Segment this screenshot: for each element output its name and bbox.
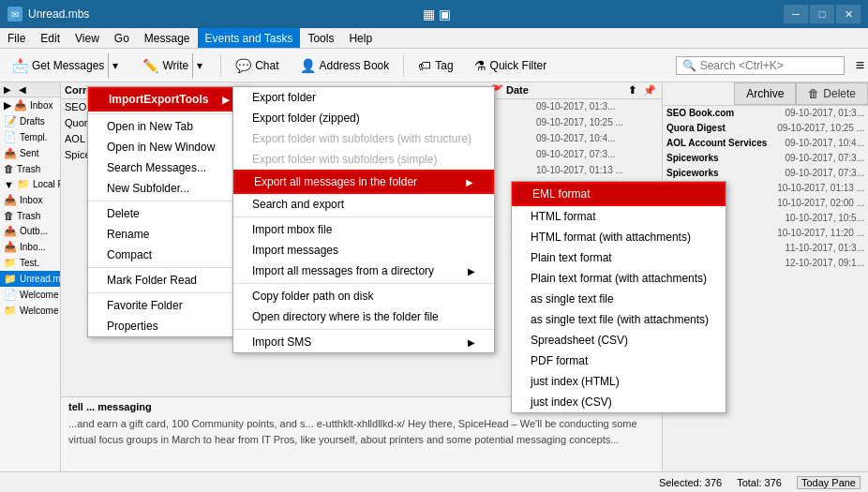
preview-body: ...and earn a gift card, 100 Community p… [68, 416, 654, 447]
ctx-import-sms[interactable]: Import SMS ▶ [233, 332, 494, 352]
ctx-export-submenu-arrow: ▶ [466, 177, 473, 187]
ctx-plain-text-attach[interactable]: Plain text format (with attachments) [512, 268, 726, 289]
icon1: ▦ [423, 7, 435, 22]
folder-inbo2[interactable]: 📥 Inbo... [0, 239, 60, 255]
ctx-just-index-csv[interactable]: just index (CSV) [512, 392, 726, 412]
ctx-mark-folder-read[interactable]: Mark Folder Read [88, 270, 250, 291]
email-date-1: 09-10-2017, 01:3... [536, 101, 658, 112]
delete-button[interactable]: 🗑 Delete [796, 82, 868, 105]
menu-edit[interactable]: Edit [33, 28, 67, 48]
menu-tools[interactable]: Tools [300, 28, 341, 48]
folder-outbox[interactable]: 📤 Outb... [0, 223, 60, 239]
menu-view[interactable]: View [67, 28, 107, 48]
rp-row-4[interactable]: Spiceworks 09-10-2017, 07:3... [663, 151, 868, 166]
folder-unread[interactable]: 📁 Unread.mbs (371) [0, 271, 60, 287]
filter-icon: ⚗ [474, 58, 486, 73]
archive-button[interactable]: Archive [734, 82, 796, 105]
rp-row-5[interactable]: Spiceworks 09-10-2017, 07:3... [663, 166, 868, 181]
folder-local-trash[interactable]: 🗑 Trash [0, 208, 60, 223]
folder-welcome-mbox[interactable]: 📁 Welcome to...!.mbox (1) [0, 303, 60, 319]
ctx-copy-folder-path[interactable]: Copy folder path on disk [233, 286, 494, 306]
ctx-favorite-folder[interactable]: Favorite Folder [88, 295, 250, 316]
ctx-import-messages[interactable]: Import messages [233, 240, 494, 261]
folder-templates-icon: 📄 [4, 131, 17, 143]
toolbar-separator-2 [403, 54, 404, 77]
search-icon: 🔍 [682, 59, 696, 72]
rp-date-4: 09-10-2017, 07:3... [785, 153, 864, 163]
folder-local-label: Local F... [33, 179, 60, 189]
write-dropdown[interactable]: ▾ [192, 53, 206, 78]
ctx-search-messages[interactable]: Search Messages... [88, 157, 250, 178]
ctx-new-subfolder[interactable]: New Subfolder... [88, 178, 250, 199]
ctx-single-text-attach[interactable]: as single text file (with attachments) [512, 309, 726, 330]
ctx-export-all-messages[interactable]: Export all messages in the folder ▶ [233, 170, 494, 194]
menu-message[interactable]: Message [137, 28, 198, 48]
toolbar: 📩 Get Messages ▾ ✏️ Write ▾ 💬 Chat 👤 Add… [0, 49, 868, 82]
minimize-button[interactable]: ─ [784, 5, 808, 23]
folder-local-inbox[interactable]: 📥 Inbox [0, 192, 60, 208]
ctx-sep-4 [88, 292, 250, 293]
chat-button[interactable]: 💬 Chat [227, 53, 287, 78]
folder-test-icon: 📁 [4, 257, 17, 269]
rp-row-3[interactable]: AOL Account Services 09-10-2017, 10:4... [663, 136, 868, 151]
ctx-plain-text[interactable]: Plain text format [512, 247, 726, 268]
ctx-spreadsheet-csv[interactable]: Spreadsheet (CSV) [512, 330, 726, 350]
ctx-export-folder[interactable]: Export folder [233, 87, 494, 108]
today-pane-button[interactable]: Today Pane [797, 476, 861, 489]
menu-help[interactable]: Help [341, 28, 380, 48]
ctx-open-new-tab[interactable]: Open in New Tab [88, 116, 250, 137]
menu-events[interactable]: Events and Tasks [198, 28, 301, 48]
column-date[interactable]: Date [506, 84, 628, 97]
folder-inbox[interactable]: ▶ 📥 Inbox [0, 97, 60, 113]
get-messages-dropdown[interactable]: ▾ [108, 53, 122, 78]
address-book-icon: 👤 [300, 58, 316, 73]
close-button[interactable]: ✕ [836, 5, 861, 23]
ctx-open-directory[interactable]: Open directory where is the folder file [233, 306, 494, 327]
folder-local-arrow: ▼ [4, 179, 14, 190]
ctx-html-format[interactable]: HTML format [512, 206, 726, 227]
hamburger-icon[interactable]: ≡ [856, 57, 864, 74]
ctx-import-export-header[interactable]: ImportExportTools ▶ [88, 87, 250, 112]
menu-go[interactable]: Go [107, 28, 137, 48]
folder-tab-icon1[interactable]: ▶ [0, 82, 15, 97]
ctx-compact[interactable]: Compact [88, 245, 250, 265]
rp-row-1[interactable]: SEO Book.com 09-10-2017, 01:3... [663, 106, 868, 121]
search-input[interactable] [700, 59, 831, 72]
ctx-delete[interactable]: Delete [88, 203, 250, 224]
folder-tab-icon2[interactable]: ◀ [15, 82, 30, 97]
ctx-sep-mid-1 [233, 216, 494, 217]
chat-label: Chat [255, 59, 278, 72]
quick-filter-button[interactable]: ⚗ Quick Filter [466, 53, 556, 78]
ctx-search-export[interactable]: Search and export [233, 194, 494, 215]
rp-row-2[interactable]: Quora Digest 09-10-2017, 10:25 ... [663, 121, 868, 136]
rp-date-2: 09-10-2017, 10:25 ... [777, 123, 864, 133]
menu-file[interactable]: File [0, 28, 33, 48]
ctx-html-format-attach[interactable]: HTML format (with attachments) [512, 227, 726, 247]
ctx-eml-format[interactable]: EML format [512, 182, 726, 206]
address-book-button[interactable]: 👤 Address Book [292, 53, 398, 78]
folder-sent[interactable]: 📤 Sent [0, 145, 60, 161]
get-messages-button[interactable]: 📩 Get Messages ▾ [4, 49, 130, 82]
folder-welcome[interactable]: 📄 Welcome to Claws Mail [0, 287, 60, 303]
search-box[interactable]: 🔍 [676, 56, 845, 75]
ctx-just-index-html[interactable]: just index (HTML) [512, 371, 726, 392]
ctx-import-all-messages[interactable]: Import all messages from a directory ▶ [233, 261, 494, 281]
ctx-rename[interactable]: Rename [88, 224, 250, 245]
folder-welcome-mbox-label: Welcome to...!.mbox (1) [20, 306, 60, 316]
ctx-export-folder-zipped[interactable]: Export folder (zipped) [233, 108, 494, 128]
ctx-sep-3 [88, 267, 250, 268]
folder-templates[interactable]: 📄 Templ. [0, 129, 60, 145]
folder-trash[interactable]: 🗑 Trash [0, 161, 60, 176]
tag-button[interactable]: 🏷 Tag [410, 53, 461, 78]
ctx-pdf-format[interactable]: PDF format [512, 350, 726, 371]
folder-local[interactable]: ▼ 📁 Local F... [0, 176, 60, 192]
folder-drafts[interactable]: 📝 Drafts [0, 113, 60, 129]
folder-test[interactable]: 📁 Test. [0, 255, 60, 271]
toolbar-separator-1 [220, 54, 221, 77]
ctx-single-text[interactable]: as single text file [512, 289, 726, 309]
write-button[interactable]: ✏️ Write ▾ [134, 49, 215, 82]
ctx-open-new-window[interactable]: Open in New Window [88, 137, 250, 157]
maximize-button[interactable]: □ [810, 5, 834, 23]
ctx-import-mbox[interactable]: Import mbox file [233, 219, 494, 240]
ctx-properties[interactable]: Properties [88, 316, 250, 336]
